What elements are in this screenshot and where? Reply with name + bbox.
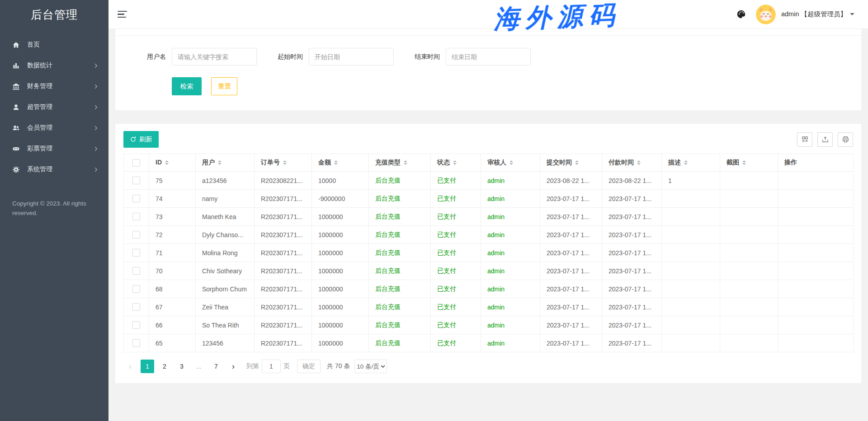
chevron-right-icon (94, 63, 99, 68)
page-button-7[interactable]: 7 (209, 360, 223, 373)
sort-icon[interactable] (637, 159, 641, 167)
cell-status: 已支付 (431, 298, 481, 316)
table-toolbar: 刷新 (123, 131, 853, 148)
cell-shot (720, 208, 778, 226)
sort-icon[interactable] (509, 159, 513, 167)
row-checkbox[interactable] (132, 249, 140, 257)
prev-page-button[interactable]: ‹ (123, 360, 137, 373)
cell-status: 已支付 (431, 208, 481, 226)
menu-toggle-icon[interactable] (118, 9, 127, 20)
page-button-3[interactable]: 3 (175, 360, 189, 373)
page-button-2[interactable]: 2 (158, 360, 171, 373)
cell-order: R202307171... (255, 190, 312, 208)
cell-action (778, 208, 854, 226)
cell-status: 已支付 (431, 262, 481, 280)
user-avatar[interactable] (756, 5, 776, 24)
filter-columns-button[interactable] (797, 132, 812, 147)
cell-id: 71 (149, 244, 196, 262)
cell-auditor: admin (481, 316, 540, 334)
username-label: admin 【超级管理员】 (781, 10, 847, 18)
column-header[interactable]: 金额 (312, 154, 369, 172)
table-row: 67Zeii TheaR202307171...1000000后台充值已支付ad… (124, 298, 854, 316)
sort-icon[interactable] (575, 159, 579, 167)
column-label: 金额 (318, 159, 331, 166)
row-checkbox[interactable] (132, 213, 140, 220)
column-header[interactable]: 付款时间 (602, 154, 662, 172)
sidebar-item-2[interactable]: 数据统计 (0, 55, 108, 76)
row-select-cell (124, 172, 149, 190)
page-button-1[interactable]: 1 (141, 360, 154, 373)
column-header[interactable]: 描述 (662, 154, 720, 172)
reset-button[interactable]: 重置 (211, 77, 237, 95)
sidebar-item-1[interactable]: 首页 (0, 34, 108, 55)
row-checkbox[interactable] (132, 231, 140, 239)
sidebar-item-3[interactable]: 财务管理 (0, 76, 108, 97)
username-input[interactable] (172, 48, 257, 65)
cell-auditor: admin (481, 190, 540, 208)
sort-icon[interactable] (453, 159, 457, 167)
column-header[interactable]: 状态 (431, 154, 481, 172)
row-checkbox[interactable] (132, 195, 140, 202)
chevron-down-icon (850, 13, 854, 18)
gamepad-icon (12, 145, 20, 153)
goto-page-input[interactable] (262, 360, 281, 373)
page-size-select[interactable]: 10 条/页 (354, 360, 387, 373)
cell-pay: 2023-07-17 1... (602, 334, 662, 352)
cell-shot (720, 262, 778, 280)
sort-icon[interactable] (334, 159, 338, 167)
cell-desc (662, 316, 720, 334)
cell-amount: 10000 (312, 172, 369, 190)
row-select-cell (124, 190, 149, 208)
select-all-checkbox[interactable] (132, 159, 140, 167)
sort-icon[interactable] (165, 159, 169, 167)
sort-icon[interactable] (404, 159, 407, 167)
user-menu[interactable]: admin 【超级管理员】 (781, 10, 854, 19)
sidebar-item-6[interactable]: 彩票管理 (0, 138, 108, 159)
sort-icon[interactable] (283, 159, 287, 167)
start-date-input[interactable] (309, 48, 394, 65)
sort-icon[interactable] (218, 159, 222, 167)
row-checkbox[interactable] (132, 267, 140, 275)
export-button[interactable] (817, 132, 833, 147)
next-page-button[interactable]: › (226, 360, 240, 373)
sidebar-item-4[interactable]: 超管管理 (0, 97, 108, 117)
cell-status: 已支付 (431, 334, 481, 352)
print-button[interactable] (838, 132, 853, 147)
sort-icon[interactable] (742, 159, 746, 167)
cell-shot (720, 280, 778, 298)
cell-user: Molina Rong (196, 244, 255, 262)
theme-palette-icon[interactable] (736, 9, 746, 19)
cell-auditor: admin (481, 244, 540, 262)
app-title: 后台管理 (0, 0, 108, 29)
column-header[interactable]: 提交时间 (540, 154, 602, 172)
cell-id: 72 (149, 226, 196, 244)
end-date-input[interactable] (446, 48, 531, 65)
cell-amount: 1000000 (312, 316, 369, 334)
cell-shot (720, 244, 778, 262)
column-header[interactable]: ID (149, 154, 196, 172)
row-checkbox[interactable] (132, 303, 140, 311)
sidebar-item-5[interactable]: 会员管理 (0, 117, 108, 138)
refresh-button[interactable]: 刷新 (123, 131, 159, 148)
confirm-page-button[interactable]: 确定 (297, 360, 321, 373)
cell-action (778, 190, 854, 208)
row-checkbox[interactable] (132, 321, 140, 329)
cell-user: Dyly Chanso... (196, 226, 255, 244)
search-button[interactable]: 检索 (172, 77, 202, 95)
column-header[interactable]: 订单号 (255, 154, 312, 172)
sort-icon[interactable] (684, 159, 688, 167)
cell-status: 已支付 (431, 316, 481, 334)
cell-order: R202307171... (255, 280, 312, 298)
column-header[interactable]: 审核人 (481, 154, 540, 172)
column-header[interactable]: 充值类型 (369, 154, 431, 172)
row-select-cell (124, 262, 149, 280)
cell-desc (662, 208, 720, 226)
home-icon (12, 41, 20, 49)
row-checkbox[interactable] (132, 339, 140, 347)
row-checkbox[interactable] (132, 177, 140, 184)
row-checkbox[interactable] (132, 285, 140, 293)
sidebar-item-7[interactable]: 系统管理 (0, 159, 108, 180)
column-header[interactable]: 用户 (196, 154, 255, 172)
cell-desc: 1 (662, 172, 720, 190)
column-header[interactable]: 截图 (720, 154, 778, 172)
